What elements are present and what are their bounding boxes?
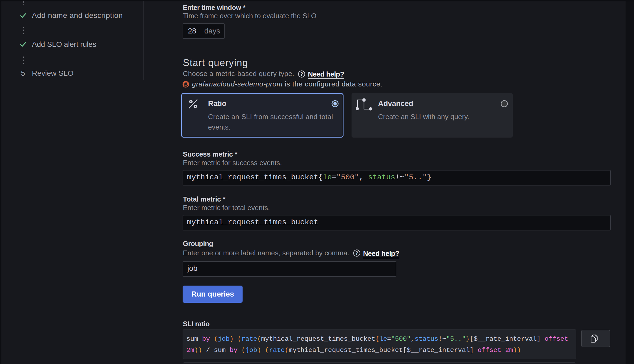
svg-text:?: ? <box>355 251 358 256</box>
svg-text:?: ? <box>300 71 303 77</box>
